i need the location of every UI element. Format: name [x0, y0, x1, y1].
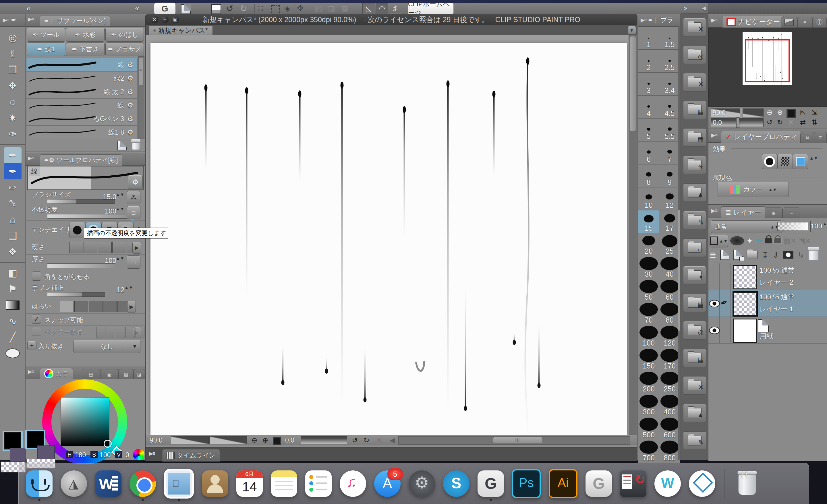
wrench-button[interactable]: ⚙	[128, 175, 143, 189]
brush-size-3[interactable]: 3	[638, 72, 659, 95]
dock-finder[interactable]	[26, 470, 53, 497]
material-folder-5[interactable]: ▤	[683, 128, 706, 147]
new-vector-layer-icon[interactable]	[733, 250, 742, 260]
navigator-tab[interactable]: ナビゲーター	[722, 16, 784, 28]
brush-size-15[interactable]: 15	[638, 210, 659, 233]
opacity-source-button[interactable]: □	[127, 206, 140, 219]
brush-size-300[interactable]: 300	[638, 394, 659, 417]
figure-tool[interactable]: ∿	[4, 313, 21, 329]
reset-rotation-icon[interactable]: ✳	[786, 118, 796, 127]
merge-down-icon[interactable]: ↧	[762, 250, 768, 260]
vector-snap-checkbox[interactable]	[32, 326, 41, 336]
special-ruler-snap-icon[interactable]: ▨	[341, 3, 349, 13]
canvas-page[interactable]	[150, 43, 627, 435]
subtool-tab-ノラサメ[interactable]: ✒ノラサメ	[105, 43, 144, 56]
material-folder-7[interactable]: ▲	[683, 184, 706, 202]
material-folder-11[interactable]: ▦	[683, 294, 706, 312]
brush-size-10[interactable]: 10	[638, 188, 659, 210]
pen-light-tab[interactable]: ⚗	[814, 132, 827, 143]
canvas-hscrollbar[interactable]: ⦙⦙⦙	[398, 436, 630, 445]
layer-opacity-value[interactable]: 100	[811, 222, 822, 230]
canvas-tab[interactable]: 新規キャンバス*	[148, 26, 213, 35]
flip-horizontal-icon[interactable]: ⇄	[798, 118, 808, 127]
opacity-slider[interactable]	[47, 214, 134, 219]
brush-size-800[interactable]: 800	[659, 440, 680, 463]
rotate-left-icon[interactable]: ↺	[350, 436, 360, 445]
delete-subtool-icon[interactable]	[132, 141, 140, 150]
redo-icon[interactable]: ↻	[240, 3, 247, 13]
expression-color-dropdown[interactable]: カラー ▲▼	[718, 182, 789, 197]
dock-launchpad[interactable]: ◮	[61, 470, 87, 497]
snap-guide-icon[interactable]: ♯	[389, 3, 401, 15]
harai-more-button[interactable]: ▶	[127, 301, 136, 313]
material-folder-13[interactable]: ▤	[683, 349, 706, 367]
navigator-zoom-slider[interactable]: 90.0	[711, 108, 764, 117]
fit-to-navigator-icon[interactable]	[786, 109, 796, 118]
ruler-tool[interactable]: ╱	[4, 329, 21, 345]
dock-trash[interactable]: ⌇⌇	[734, 470, 761, 497]
dock-app-store[interactable]: A5	[374, 470, 401, 497]
opacity-value[interactable]: 100	[105, 207, 116, 215]
balloon-tool[interactable]	[4, 345, 21, 361]
apply-mask-icon[interactable]: ↳	[797, 250, 804, 260]
minimize-window-icon[interactable]: −	[161, 16, 168, 23]
brush-size-60[interactable]: 60	[659, 279, 680, 302]
layer-visibility-icon[interactable]	[709, 326, 720, 334]
subtool-tab-下書き[interactable]: ✒下書き	[66, 43, 104, 56]
brush-size-3.4[interactable]: 3.4	[659, 72, 680, 95]
main-color-swatch[interactable]	[4, 432, 21, 449]
subtool-tab-のばし[interactable]: ✒のばし	[105, 28, 144, 42]
brush-item[interactable]: 線1 8⚙	[26, 126, 138, 139]
blend-tool[interactable]: ❖	[4, 244, 21, 260]
layer-mask-icon[interactable]	[783, 251, 793, 259]
panel-menu-icon[interactable]: ▶≡	[641, 17, 646, 23]
panel-menu-icon[interactable]: ▶≡	[149, 450, 155, 457]
dock-reminders[interactable]	[305, 470, 332, 497]
material-folder-9[interactable]: ▭	[683, 239, 706, 257]
dock-skype[interactable]: S	[443, 470, 470, 497]
selection-source-button[interactable]: ▲▼	[710, 234, 728, 247]
subtool-tab-ツール[interactable]: ✒ツール	[27, 28, 65, 42]
snap-checkbox[interactable]: ✓	[32, 314, 41, 324]
delete-layer-icon[interactable]	[808, 249, 819, 261]
expand-material-icon[interactable]: »	[683, 4, 687, 12]
new-subtool-icon[interactable]	[117, 141, 127, 150]
material-folder-16[interactable]: ✎	[683, 432, 706, 450]
subtool-tab-水彩[interactable]: ✒水彩	[66, 28, 104, 42]
navigator-view-rect[interactable]	[745, 39, 790, 82]
brush-size-9[interactable]: 9	[659, 164, 680, 187]
panel-menu-icon[interactable]: ▶≡	[3, 17, 9, 23]
subview-tab[interactable]	[781, 17, 797, 28]
wrench-icon[interactable]: ⚙	[127, 115, 133, 123]
brush-size-170[interactable]: 170	[659, 348, 680, 371]
brush-size-50[interactable]: 50	[638, 279, 659, 302]
brush-size-12[interactable]: 12	[659, 188, 680, 210]
layer-opacity-slider[interactable]	[777, 222, 810, 231]
mask-area-icon[interactable]	[730, 236, 744, 245]
fit-to-screen-icon[interactable]	[273, 437, 281, 445]
layers-tab[interactable]: ≣ レイヤー	[721, 206, 766, 218]
brush-size-20[interactable]: 20	[638, 233, 659, 256]
dock-clip-studio[interactable]: G	[585, 470, 612, 497]
undo-icon[interactable]: ↺	[226, 3, 234, 13]
pencil-tool[interactable]: ✏	[4, 180, 21, 195]
brush-size-200[interactable]: 200	[638, 371, 659, 394]
combine-to-new-layer-icon[interactable]: ⇩	[772, 250, 779, 260]
new-folder-icon[interactable]	[746, 251, 758, 259]
object-tool[interactable]: ❒	[4, 62, 21, 78]
brush-list-scrollbar[interactable]: ≡	[138, 56, 144, 139]
layer-search-tab[interactable]: ◉	[765, 207, 782, 218]
panel-menu-icon[interactable]: ▶≡	[28, 155, 34, 161]
gradient-tool[interactable]: ⚑	[4, 281, 21, 297]
brush-size-30[interactable]: 30	[638, 256, 659, 279]
wrench-icon[interactable]: ⚙	[127, 74, 133, 82]
layer-visibility-icon[interactable]	[709, 300, 720, 307]
auto-select-tool[interactable]: ✷	[4, 110, 21, 126]
lock-layer-icon[interactable]	[765, 238, 772, 243]
wrench-icon[interactable]: ⚙	[127, 61, 133, 69]
snap-ruler-icon[interactable]: ◺	[362, 3, 375, 15]
material-folder-8[interactable]: ✎	[683, 211, 706, 229]
brush-size-1[interactable]: 1	[638, 27, 659, 49]
effect-spinner[interactable]: ▲▼	[810, 156, 818, 160]
zoom-out-icon[interactable]: ⊖	[249, 436, 259, 445]
